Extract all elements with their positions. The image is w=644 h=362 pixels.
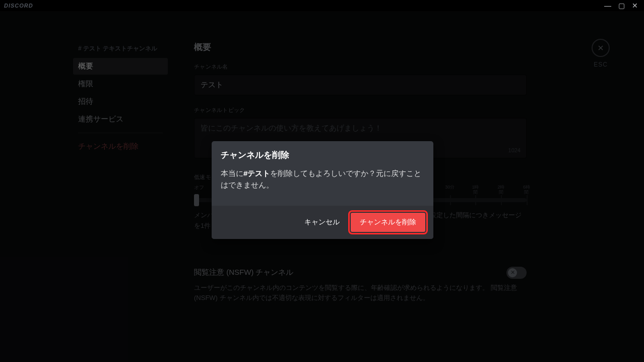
delete-channel-modal: チャンネルを削除 本当に#テストを削除してもよろしいですか？元に戻すことはできま… [212,141,433,239]
modal-body: 本当に#テストを削除してもよろしいですか？元に戻すことはできません。 [212,161,433,206]
maximize-icon[interactable]: ▢ [618,2,625,9]
modal-footer: キャンセル チャンネルを削除 [212,206,433,239]
modal-body-channel: #テスト [243,169,270,177]
title-bar: DISCORD — ▢ ✕ [0,0,644,11]
delete-channel-button-label: チャンネルを削除 [360,218,416,226]
minimize-icon[interactable]: — [604,2,611,9]
close-window-icon[interactable]: ✕ [632,2,638,9]
delete-channel-button[interactable]: チャンネルを削除 [351,213,425,232]
modal-title: チャンネルを削除 [212,141,433,161]
app-root: # テスト テキストチャンネル 概要 権限 招待 連携サービス チャンネルを削除… [0,11,644,362]
cancel-button[interactable]: キャンセル [300,213,344,232]
window-controls: — ▢ ✕ [604,2,642,9]
modal-body-pre: 本当に [221,169,243,177]
cancel-button-label: キャンセル [304,218,340,226]
discord-wordmark: DISCORD [4,3,33,9]
